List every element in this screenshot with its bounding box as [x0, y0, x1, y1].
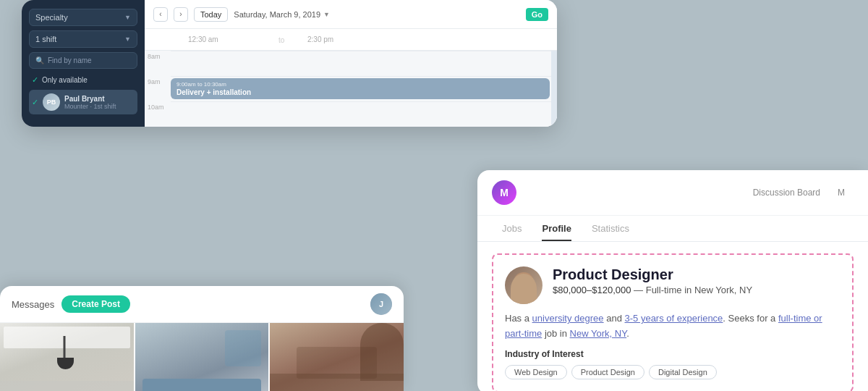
go-button[interactable]: Go: [526, 8, 548, 21]
living-image: [135, 323, 269, 391]
today-button[interactable]: Today: [194, 7, 228, 22]
event-block: 9:00am to 10:30am Delivery + installatio…: [171, 78, 550, 99]
tags-container: Web Design Product Design Digital Design: [505, 365, 841, 379]
discussion-board-nav[interactable]: Discussion Board: [744, 185, 829, 201]
hour-8am: 8am: [145, 51, 171, 62]
messages-label: Messages: [12, 299, 54, 310]
slot-area-9am: 9:00am to 10:30am Delivery + installatio…: [171, 76, 557, 101]
dropdown-arrow-icon: ▼: [124, 35, 131, 43]
messages-header: Messages Create Post J: [0, 286, 404, 323]
time-slot-10am: 10am: [145, 101, 557, 127]
nav-extra[interactable]: M: [829, 185, 854, 201]
search-icon: 🔍: [35, 56, 44, 64]
time-end: 2:30 pm: [307, 35, 333, 43]
schedule-body: 8am 9am 9:00am to 10:30am Delivery + ins…: [145, 51, 557, 127]
time-sep: to: [278, 35, 284, 43]
find-placeholder: Find by name: [48, 56, 92, 64]
desc-link-experience[interactable]: 3-5 years of experience: [625, 313, 723, 324]
specialty-dropdown[interactable]: Specialty ▼: [29, 9, 137, 26]
scroll-indicator: [551, 51, 557, 127]
specialty-label: Specialty: [35, 13, 68, 22]
tab-profile[interactable]: Profile: [532, 216, 581, 241]
prev-btn[interactable]: ‹: [153, 7, 168, 22]
tag-product-design: Product Design: [571, 365, 644, 379]
job-posting: Product Designer $80,000–$120,000 — Full…: [492, 253, 854, 391]
messages-card: Messages Create Post J: [0, 286, 404, 391]
slot-area-10am: [171, 101, 557, 127]
hour-10am: 10am: [145, 101, 171, 113]
job-dash: —: [634, 285, 646, 295]
desc-mid: and: [604, 313, 625, 324]
avatar-initials: J: [379, 300, 383, 308]
profile-logo: M: [492, 180, 516, 205]
profile-logo-initial: M: [500, 187, 509, 198]
person-sub: Mounter · 1st shift: [64, 103, 135, 110]
job-title: Product Designer: [553, 266, 841, 283]
job-type: Full-time in New York, NY: [646, 285, 752, 295]
cabinet-decoration: [4, 327, 130, 348]
hour-9am: 9am: [145, 76, 171, 88]
time-row: 12:30 am to 2:30 pm: [145, 29, 557, 51]
tag-digital-design: Digital Design: [649, 365, 717, 379]
person-check-icon: ✓: [32, 98, 38, 107]
time-slot-8am: 8am: [145, 51, 557, 76]
only-available-label: Only available: [42, 76, 88, 84]
job-top: Product Designer $80,000–$120,000 — Full…: [505, 266, 841, 304]
next-btn[interactable]: ›: [174, 7, 188, 22]
profile-content: Product Designer $80,000–$120,000 — Full…: [477, 242, 868, 391]
shift-label: 1 shift: [35, 35, 56, 43]
create-post-button[interactable]: Create Post: [61, 295, 130, 313]
person-initials: PB: [47, 98, 56, 106]
find-by-name-field[interactable]: 🔍 Find by name: [29, 52, 137, 69]
shift-dropdown[interactable]: 1 shift ▼: [29, 30, 137, 48]
avatar-face: [511, 274, 537, 304]
kitchen-image: [0, 323, 134, 391]
event-time: 9:00am to 10:30am: [176, 81, 544, 88]
person-row[interactable]: ✓ PB Paul Bryant Mounter · 1st shift: [29, 90, 137, 114]
person-avatar: PB: [43, 93, 60, 111]
dropdown-arrow-icon: ▼: [124, 14, 131, 21]
messages-avatar: J: [370, 293, 392, 315]
date-text: Saturday, March 9, 2019: [234, 10, 320, 19]
profile-tabs: Jobs Profile Statistics: [477, 216, 868, 242]
job-info: Product Designer $80,000–$120,000 — Full…: [553, 266, 841, 295]
desc-end2: job in: [542, 328, 569, 339]
person-name: Paul Bryant: [64, 95, 135, 103]
slot-area-8am: [171, 51, 557, 76]
industry-label: Industry of Interest: [505, 349, 841, 359]
job-avatar: [505, 266, 542, 304]
event-title: Delivery + installation: [176, 88, 544, 96]
check-icon: ✓: [32, 75, 38, 85]
job-description: Has a university degree and 3-5 years of…: [505, 311, 841, 342]
desc-link-location[interactable]: New York, NY: [570, 328, 627, 339]
desc-end: . Seeks for a: [723, 313, 778, 324]
desc-plain1: Has a: [505, 313, 532, 324]
desc-link-degree[interactable]: university degree: [532, 313, 604, 324]
profile-card: M Discussion Board M Jobs Profile Statis…: [477, 170, 868, 391]
tab-statistics[interactable]: Statistics: [582, 216, 639, 241]
scheduling-header: ‹ › Today Saturday, March 9, 2019 ▼ Go: [145, 0, 557, 29]
time-slot-9am: 9am 9:00am to 10:30am Delivery + install…: [145, 76, 557, 101]
scheduling-left-content: Specialty ▼ 1 shift ▼ 🔍 Find by name ✓ O…: [22, 0, 145, 123]
tag-web-design: Web Design: [505, 365, 567, 379]
scheduling-card: Specialty ▼ 1 shift ▼ 🔍 Find by name ✓ O…: [22, 0, 557, 127]
job-salary: $80,000–$120,000 — Full-time in New York…: [553, 285, 841, 295]
only-available-toggle[interactable]: ✓ Only available: [29, 73, 137, 87]
profile-header: M Discussion Board M: [477, 170, 868, 216]
tab-jobs[interactable]: Jobs: [492, 216, 532, 241]
profile-nav: Discussion Board M: [744, 185, 854, 201]
desc-final: .: [626, 328, 629, 339]
date-caret-icon: ▼: [323, 11, 330, 18]
salary-range: $80,000–$120,000: [553, 285, 631, 295]
image-grid: [0, 323, 404, 391]
sofa-decoration: [142, 379, 262, 391]
time-start: 12:30 am: [188, 35, 218, 43]
date-label: Saturday, March 9, 2019 ▼: [234, 10, 330, 19]
person-info: Paul Bryant Mounter · 1st shift: [64, 95, 135, 110]
brick-image: [270, 323, 404, 391]
